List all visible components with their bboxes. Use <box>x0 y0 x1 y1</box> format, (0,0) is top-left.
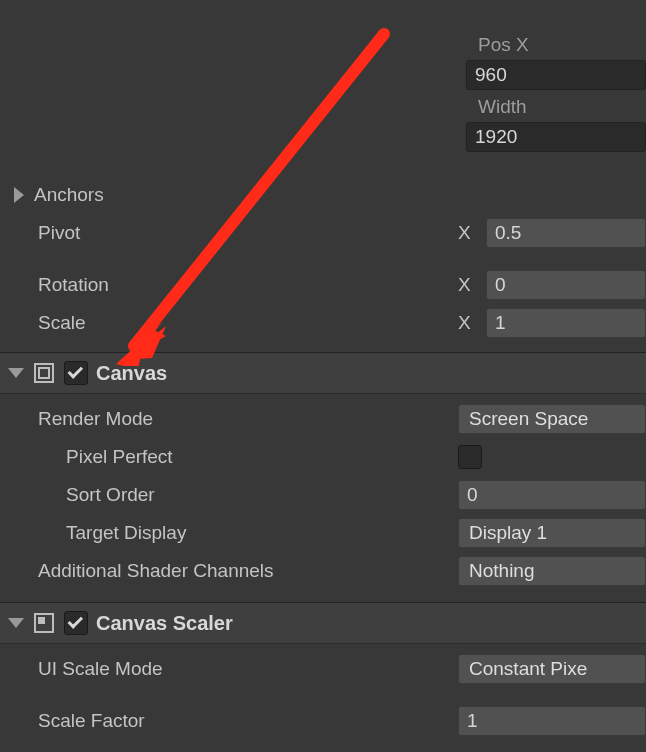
ui-scale-mode-row: UI Scale Mode Constant Pixe <box>0 650 646 688</box>
rect-transform-right-column: Pos X 960 Width 1920 <box>466 28 646 152</box>
sort-order-label: Sort Order <box>66 484 458 506</box>
foldout-down-icon[interactable] <box>8 618 24 628</box>
scale-x-field[interactable]: 1 <box>486 308 646 338</box>
target-display-dropdown[interactable]: Display 1 <box>458 518 646 548</box>
render-mode-row: Render Mode Screen Space <box>0 400 646 438</box>
target-display-label: Target Display <box>66 522 458 544</box>
rotation-x-field[interactable]: 0 <box>486 270 646 300</box>
target-display-row: Target Display Display 1 <box>0 514 646 552</box>
width-field[interactable]: 1920 <box>466 122 646 152</box>
anchors-row[interactable]: Anchors <box>0 176 646 214</box>
anchors-label: Anchors <box>34 184 104 206</box>
foldout-right-icon[interactable] <box>14 187 24 203</box>
additional-channels-label: Additional Shader Channels <box>38 560 458 582</box>
rotation-x-axis-label: X <box>458 274 478 296</box>
pivot-label: Pivot <box>38 222 458 244</box>
scale-label: Scale <box>38 312 458 334</box>
svg-rect-3 <box>38 617 45 624</box>
render-mode-dropdown[interactable]: Screen Space <box>458 404 646 434</box>
render-mode-label: Render Mode <box>38 408 458 430</box>
canvas-title: Canvas <box>96 362 167 385</box>
inspector-panel: Pos X 960 Width 1920 Anchors Pivot X 0.5… <box>0 0 646 752</box>
pivot-x-field[interactable]: 0.5 <box>486 218 646 248</box>
scale-factor-label: Scale Factor <box>38 710 458 732</box>
pixel-perfect-label: Pixel Perfect <box>66 446 458 468</box>
scale-row: Scale X 1 <box>0 304 646 342</box>
sort-order-row: Sort Order 0 <box>0 476 646 514</box>
foldout-down-icon[interactable] <box>8 368 24 378</box>
scale-x-axis-label: X <box>458 312 478 334</box>
canvas-scaler-enabled-checkbox[interactable] <box>64 611 88 635</box>
ui-scale-mode-dropdown[interactable]: Constant Pixe <box>458 654 646 684</box>
sort-order-field[interactable]: 0 <box>458 480 646 510</box>
pos-x-field[interactable]: 960 <box>466 60 646 90</box>
pixel-perfect-checkbox[interactable] <box>458 445 482 469</box>
additional-channels-row: Additional Shader Channels Nothing <box>0 552 646 590</box>
svg-rect-0 <box>35 364 53 382</box>
scale-factor-field[interactable]: 1 <box>458 706 646 736</box>
pos-x-label: Pos X <box>466 34 646 56</box>
pixel-perfect-row: Pixel Perfect <box>0 438 646 476</box>
canvas-scaler-component-icon <box>32 611 56 635</box>
additional-channels-dropdown[interactable]: Nothing <box>458 556 646 586</box>
pivot-row: Pivot X 0.5 <box>0 214 646 252</box>
rotation-label: Rotation <box>38 274 458 296</box>
canvas-enabled-checkbox[interactable] <box>64 361 88 385</box>
canvas-scaler-title: Canvas Scaler <box>96 612 233 635</box>
canvas-component-icon <box>32 361 56 385</box>
scale-factor-row: Scale Factor 1 <box>0 702 646 740</box>
rotation-row: Rotation X 0 <box>0 266 646 304</box>
canvas-scaler-component-header[interactable]: Canvas Scaler <box>0 602 646 644</box>
ui-scale-mode-label: UI Scale Mode <box>38 658 458 680</box>
canvas-component-header[interactable]: Canvas <box>0 352 646 394</box>
width-label: Width <box>466 96 646 118</box>
svg-rect-1 <box>39 368 49 378</box>
pivot-x-axis-label: X <box>458 222 478 244</box>
